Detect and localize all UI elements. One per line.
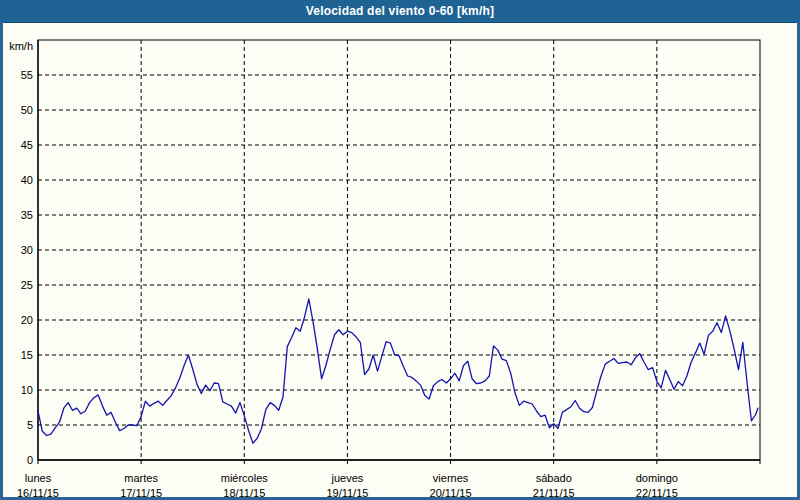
- y-tick-label: 20: [21, 314, 33, 326]
- day-name-label: martes: [124, 472, 158, 484]
- y-tick-label: 55: [21, 69, 33, 81]
- y-axis-unit-label: km/h: [9, 40, 33, 52]
- day-date-label: 22/11/15: [636, 487, 678, 499]
- day-date-label: 19/11/15: [326, 487, 368, 499]
- y-tick-label: 40: [21, 174, 33, 186]
- y-tick-label: 35: [21, 209, 33, 221]
- day-date-label: 17/11/15: [120, 487, 162, 499]
- y-tick-label: 0: [27, 454, 33, 466]
- y-tick-label: 30: [21, 244, 33, 256]
- day-name-label: lunes: [25, 472, 52, 484]
- day-date-label: 21/11/15: [533, 487, 575, 499]
- y-tick-label: 45: [21, 139, 33, 151]
- day-date-label: 20/11/15: [430, 487, 472, 499]
- day-name-label: jueves: [331, 472, 364, 484]
- day-date-label: 18/11/15: [223, 487, 265, 499]
- wind-speed-line: [38, 299, 758, 443]
- wind-speed-chart: 0510152025303540455055km/hlunes16/11/15m…: [0, 0, 800, 500]
- y-tick-label: 10: [21, 384, 33, 396]
- day-name-label: sábado: [536, 472, 572, 484]
- day-date-label: 16/11/15: [17, 487, 59, 499]
- wind-speed-window: { "window": { "title": "Velocidad del vi…: [0, 0, 800, 500]
- y-tick-label: 50: [21, 104, 33, 116]
- y-tick-label: 25: [21, 279, 33, 291]
- y-tick-label: 15: [21, 349, 33, 361]
- y-tick-label: 5: [27, 419, 33, 431]
- day-name-label: miércoles: [221, 472, 269, 484]
- day-name-label: domingo: [636, 472, 678, 484]
- day-name-label: viernes: [433, 472, 469, 484]
